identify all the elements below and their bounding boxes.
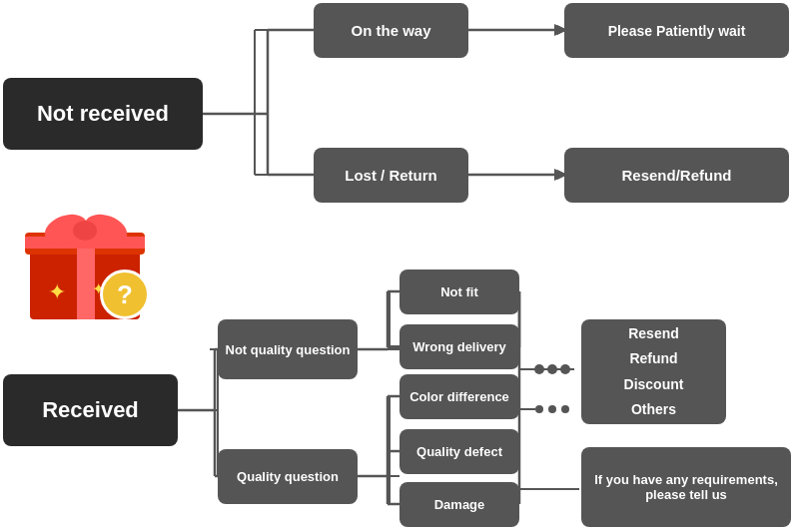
svg-point-72	[534, 364, 544, 374]
svg-point-26	[561, 405, 569, 413]
svg-point-73	[547, 364, 557, 374]
wrong-delivery-box: Wrong delivery	[400, 324, 519, 369]
svg-point-74	[560, 364, 570, 374]
if-requirements-box: If you have any requirements, please tel…	[581, 447, 791, 527]
received-box: Received	[3, 374, 178, 446]
resend-options-box: Resend Refund Discount Others	[581, 319, 726, 424]
please-wait-box: Please Patiently wait	[564, 3, 789, 58]
resend-refund-top-box: Resend/Refund	[564, 148, 789, 203]
svg-point-25	[548, 405, 556, 413]
damage-box: Damage	[400, 482, 519, 527]
svg-point-38	[73, 221, 97, 241]
quality-question-box: Quality question	[218, 449, 358, 504]
color-difference-box: Color difference	[400, 374, 519, 419]
lost-return-box: Lost / Return	[314, 148, 468, 203]
svg-text:✦: ✦	[48, 279, 66, 304]
on-the-way-box: On the way	[314, 3, 468, 58]
not-received-box: Not received	[3, 78, 203, 150]
quality-defect-box: Quality defect	[400, 429, 519, 474]
svg-point-24	[535, 405, 543, 413]
not-fit-box: Not fit	[400, 269, 519, 314]
requirements-label: If you have any requirements, please tel…	[589, 472, 783, 502]
question-badge: ?	[100, 269, 150, 319]
diagram: Not received On the way Please Patiently…	[0, 0, 799, 532]
resend-label: Resend Refund Discount Others	[624, 321, 684, 422]
not-quality-box: Not quality question	[218, 319, 358, 379]
